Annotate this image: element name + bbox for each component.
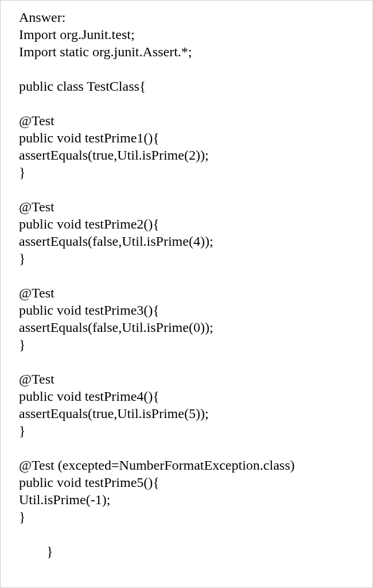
method-declaration: public void testPrime4(){ bbox=[19, 388, 354, 405]
annotation-line: @Test bbox=[19, 284, 354, 301]
assert-line: assertEquals(false,Util.isPrime(0)); bbox=[19, 319, 354, 336]
call-line: Util.isPrime(-1); bbox=[19, 491, 354, 508]
assert-line: assertEquals(true,Util.isPrime(5)); bbox=[19, 405, 354, 422]
method-declaration: public void testPrime5(){ bbox=[19, 474, 354, 491]
blank-line bbox=[19, 525, 354, 543]
import-line: Import static org.junit.Assert.*; bbox=[19, 43, 354, 60]
annotation-line: @Test bbox=[19, 198, 354, 215]
close-brace: } bbox=[19, 164, 354, 181]
import-line: Import org.Junit.test; bbox=[19, 26, 354, 43]
close-brace: } bbox=[19, 250, 354, 267]
blank-line bbox=[19, 267, 354, 284]
blank-line bbox=[19, 181, 354, 198]
method-declaration: public void testPrime1(){ bbox=[19, 129, 354, 146]
code-block: Answer: Import org.Junit.test; Import st… bbox=[1, 1, 372, 568]
blank-line bbox=[19, 95, 354, 112]
blank-line bbox=[19, 353, 354, 370]
annotation-line: @Test bbox=[19, 370, 354, 388]
assert-line: assertEquals(true,Util.isPrime(2)); bbox=[19, 146, 354, 164]
class-declaration: public class TestClass{ bbox=[19, 78, 354, 95]
method-declaration: public void testPrime2(){ bbox=[19, 215, 354, 233]
close-brace: } bbox=[19, 543, 354, 560]
blank-line bbox=[19, 60, 354, 78]
answer-label: Answer: bbox=[19, 9, 354, 26]
close-brace: } bbox=[19, 508, 354, 525]
assert-line: assertEquals(false,Util.isPrime(4)); bbox=[19, 233, 354, 250]
annotation-line: @Test bbox=[19, 112, 354, 129]
close-brace: } bbox=[19, 336, 354, 353]
method-declaration: public void testPrime3(){ bbox=[19, 301, 354, 319]
annotation-line: @Test (excepted=NumberFormatException.cl… bbox=[19, 457, 354, 474]
blank-line bbox=[19, 439, 354, 457]
close-brace: } bbox=[19, 422, 354, 439]
